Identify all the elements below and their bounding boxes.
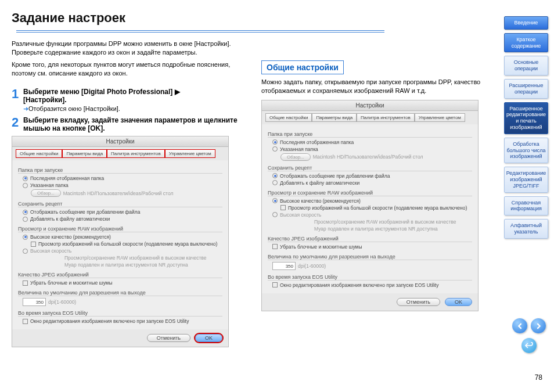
return-button[interactable] xyxy=(521,338,537,353)
step-1-line-1: Выберите меню [Digital Photo Professiona… xyxy=(23,88,250,96)
title-rule xyxy=(16,30,384,33)
nav-item-4[interactable]: Расширенное редактирование и печать изоб… xyxy=(504,102,548,134)
window-title-2: Настройки xyxy=(262,100,478,111)
nav-item-5[interactable]: Обработка большого числа изображений xyxy=(504,138,548,163)
browse-button[interactable]: Обзор... xyxy=(31,189,61,197)
radio-specified-folder[interactable] xyxy=(23,183,28,188)
radio-last-folder[interactable] xyxy=(23,176,28,181)
window-title: Настройки xyxy=(12,136,228,147)
ok-button-2[interactable]: OK xyxy=(445,298,472,306)
nav-item-0[interactable]: Введение xyxy=(504,16,548,30)
tab-general-2[interactable]: Общие настройки xyxy=(265,113,312,122)
nav-item-3[interactable]: Расширенные операции xyxy=(504,79,548,99)
step-number-1: 1 xyxy=(12,88,23,113)
tab-general[interactable]: Общие настройки xyxy=(16,149,62,158)
section-raw-view: Просмотр и сохранение RAW изображений xyxy=(18,226,222,232)
radio-show-msg[interactable] xyxy=(23,210,28,215)
intro-para-2: Кроме того, для некоторых пунктов могут … xyxy=(12,60,250,78)
tab-tools[interactable]: Палитра инструментов xyxy=(107,149,165,158)
radio-high-quality[interactable] xyxy=(23,235,28,240)
nav-item-2[interactable]: Основные операции xyxy=(504,56,548,75)
section-startup-folder: Папка при запуске xyxy=(18,167,222,174)
resolution-input[interactable]: 350 xyxy=(23,298,46,306)
subsection-desc: Можно задать папку, открываемую при запу… xyxy=(261,78,499,95)
page-number: 78 xyxy=(535,373,542,382)
nav-sidebar: ВведениеКраткое содержаниеОсновные опера… xyxy=(504,16,548,239)
step-1-line-2: [Настройки]. xyxy=(23,96,250,104)
prev-page-button[interactable] xyxy=(512,318,527,333)
section-eos-utility: Во время запуска EOS Utility xyxy=(18,310,222,317)
resolution-unit: dpi(1-60000) xyxy=(48,299,76,305)
section-save-recipe: Сохранить рецепт xyxy=(18,201,222,207)
nav-item-6[interactable]: Редактирование изображений JPEG/TIFF xyxy=(504,167,548,192)
step-number-2: 2 xyxy=(12,116,23,132)
settings-screenshot-left: Настройки Общие настройки Параметры вида… xyxy=(12,136,229,347)
radio-auto-add[interactable] xyxy=(23,217,28,222)
section-jpeg-quality: Качество JPEG изображений xyxy=(18,272,222,278)
tab-color-2[interactable]: Управление цветом xyxy=(415,113,465,122)
nav-item-8[interactable]: Алфавитный указатель xyxy=(504,219,548,239)
folder-path: Macintosh HD/Пользователи/ideas/Рабочий … xyxy=(63,190,174,196)
tab-tools-2[interactable]: Палитра инструментов xyxy=(357,113,415,122)
next-page-button[interactable] xyxy=(531,318,546,333)
check-remove-noise[interactable] xyxy=(23,280,28,286)
intro-para-1: Различные функции программы DPP можно из… xyxy=(12,39,250,57)
subsection-title: Общие настройки xyxy=(261,60,344,74)
check-eos-edit[interactable] xyxy=(23,319,28,324)
tab-view-2[interactable]: Параметры вида xyxy=(312,113,357,122)
ok-button[interactable]: OK xyxy=(195,334,222,342)
nav-item-7[interactable]: Справочная информация xyxy=(504,196,548,216)
section-output-res: Величина по умолчанию для разрешения на … xyxy=(18,290,222,296)
tab-view[interactable]: Параметры вида xyxy=(62,149,107,158)
tab-color[interactable]: Управление цветом xyxy=(165,149,215,158)
step-1-note: Отобразится окно [Настройки]. xyxy=(28,105,120,112)
page-title: Задание настроек xyxy=(12,10,125,26)
nav-item-1[interactable]: Краткое содержание xyxy=(504,33,548,53)
settings-screenshot-right: Настройки Общие настройки Параметры вида… xyxy=(261,100,479,311)
cancel-button[interactable]: Отменить xyxy=(147,334,190,342)
radio-high-speed[interactable] xyxy=(23,249,28,254)
check-fast-view[interactable] xyxy=(31,242,36,247)
cancel-button-2[interactable]: Отменить xyxy=(397,298,440,306)
step-2-text: Выберите вкладку, задайте значения парам… xyxy=(23,116,250,132)
